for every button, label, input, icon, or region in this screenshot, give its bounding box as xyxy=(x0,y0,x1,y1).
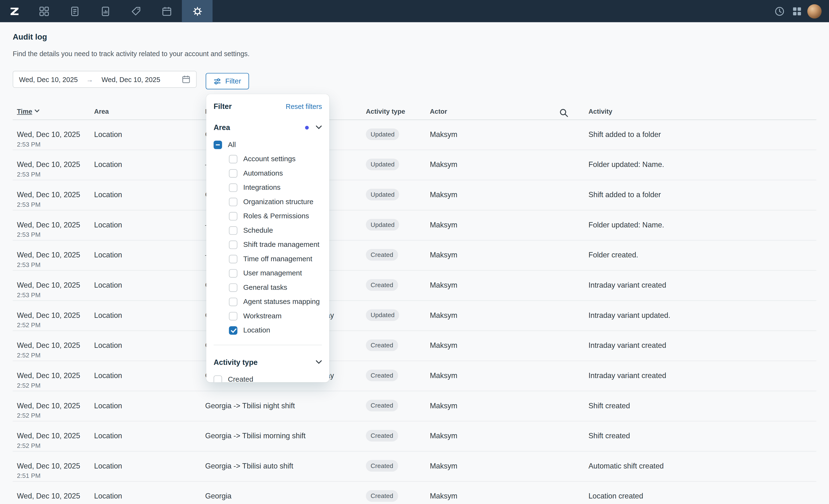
app-grid-icon[interactable] xyxy=(790,4,803,18)
filter-option[interactable]: User management xyxy=(214,266,322,280)
table-row[interactable]: Wed, Dec 10, 2025 2:52 PM Location Georg… xyxy=(13,331,816,361)
checkbox[interactable] xyxy=(229,269,237,277)
checkbox[interactable] xyxy=(214,140,222,149)
table-row[interactable]: Wed, Dec 10, 2025 2:53 PM Location Georg… xyxy=(13,120,816,150)
date-start[interactable]: Wed, Dec 10, 2025 xyxy=(19,75,78,83)
clock-icon[interactable] xyxy=(772,4,786,18)
checkbox[interactable] xyxy=(229,197,237,206)
area-options: All Account settings Automations Integra… xyxy=(214,138,322,337)
filter-option-label: Time off management xyxy=(243,255,312,263)
filter-option[interactable]: Shift trade management xyxy=(214,238,322,252)
filter-option[interactable]: Integrations xyxy=(214,180,322,195)
main-content: Audit log Find the details you need to t… xyxy=(0,0,829,504)
checkbox[interactable] xyxy=(229,312,237,320)
cell-activity: Automatic shift created xyxy=(584,452,817,481)
date-end[interactable]: Wed, Dec 10, 2025 xyxy=(102,75,160,83)
table-row[interactable]: Wed, Dec 10, 2025 Location Georgia Creat… xyxy=(13,482,816,504)
date-range-picker[interactable]: Wed, Dec 10, 2025 → Wed, Dec 10, 2025 xyxy=(13,71,197,88)
search-icon[interactable] xyxy=(560,108,568,117)
filter-option[interactable]: Roles & Permissions xyxy=(214,209,322,223)
cell-area: Location xyxy=(90,301,201,330)
checkbox[interactable] xyxy=(229,326,237,334)
filter-panel-header: Filter Reset filters xyxy=(214,102,322,110)
checkbox[interactable] xyxy=(229,254,237,263)
chevron-down-icon xyxy=(316,360,322,364)
checkbox[interactable] xyxy=(229,169,237,177)
checkbox[interactable] xyxy=(229,283,237,291)
checkbox[interactable] xyxy=(229,240,237,249)
table-row[interactable]: Wed, Dec 10, 2025 2:53 PM Location — Cre… xyxy=(13,241,816,271)
avatar[interactable] xyxy=(807,4,822,19)
filter-option[interactable]: Time off management xyxy=(214,252,322,266)
filter-option-label: Shift trade management xyxy=(243,241,320,249)
filter-option[interactable]: Automations xyxy=(214,166,322,180)
filter-option[interactable]: Agent statuses mapping xyxy=(214,295,322,309)
row-time: 2:53 PM xyxy=(17,230,90,239)
filter-option[interactable]: General tasks xyxy=(214,280,322,295)
checkbox[interactable] xyxy=(214,375,222,383)
activity-type-badge: Created xyxy=(366,400,398,411)
filter-option[interactable]: Created xyxy=(214,372,322,383)
filter-option[interactable]: Organization structure xyxy=(214,194,322,209)
table-row[interactable]: Wed, Dec 10, 2025 2:52 PM Location Georg… xyxy=(13,361,816,391)
table-row[interactable]: Wed, Dec 10, 2025 2:51 PM Location Georg… xyxy=(13,452,816,482)
checkbox[interactable] xyxy=(229,212,237,220)
page-title: Audit log xyxy=(13,32,829,42)
row-time: 2:53 PM xyxy=(17,261,90,269)
cell-actor: Maksym xyxy=(426,331,584,361)
table-row[interactable]: Wed, Dec 10, 2025 2:53 PM Location — Upd… xyxy=(13,210,816,241)
checkbox[interactable] xyxy=(229,226,237,235)
checkbox[interactable] xyxy=(229,183,237,192)
cell-area: Location xyxy=(90,241,201,270)
checkbox[interactable] xyxy=(229,297,237,306)
cell-activity-type: Updated xyxy=(362,150,426,180)
row-date: Wed, Dec 10, 2025 xyxy=(17,220,90,230)
col-time[interactable]: Time xyxy=(13,108,90,119)
filter-option[interactable]: Schedule xyxy=(214,223,322,238)
table-row[interactable]: Wed, Dec 10, 2025 2:52 PM Location Georg… xyxy=(13,301,816,331)
topbar-right xyxy=(772,4,829,19)
nav-documents-icon[interactable] xyxy=(59,0,90,22)
filter-button[interactable]: Filter xyxy=(206,73,249,89)
table-row[interactable]: Wed, Dec 10, 2025 2:53 PM Location — Upd… xyxy=(13,150,816,180)
table-body: Wed, Dec 10, 2025 2:53 PM Location Georg… xyxy=(13,120,816,504)
row-date: Wed, Dec 10, 2025 xyxy=(17,491,90,501)
nav-reports-icon[interactable] xyxy=(90,0,121,22)
filter-option[interactable]: Location xyxy=(214,323,322,337)
row-date: Wed, Dec 10, 2025 xyxy=(17,431,90,441)
cell-activity: Shift added to a folder xyxy=(584,180,817,210)
filter-option[interactable]: Account settings xyxy=(214,152,322,166)
nav-dashboard-icon[interactable] xyxy=(29,0,59,22)
filter-option[interactable]: Workstream xyxy=(214,309,322,323)
row-date: Wed, Dec 10, 2025 xyxy=(17,311,90,321)
table-row[interactable]: Wed, Dec 10, 2025 2:52 PM Location Georg… xyxy=(13,422,816,452)
col-activity[interactable]: Activity xyxy=(584,108,817,119)
cell-area: Location xyxy=(90,482,201,504)
zendesk-logo[interactable] xyxy=(0,0,29,22)
cell-actor: Maksym xyxy=(426,391,584,421)
table-row[interactable]: Wed, Dec 10, 2025 2:53 PM Location Georg… xyxy=(13,271,816,301)
calendar-icon[interactable] xyxy=(182,75,190,83)
col-area[interactable]: Area xyxy=(90,108,201,119)
row-date: Wed, Dec 10, 2025 xyxy=(17,130,90,140)
row-date: Wed, Dec 10, 2025 xyxy=(17,340,90,351)
area-section-header[interactable]: Area xyxy=(214,123,322,132)
cell-area: Location xyxy=(90,391,201,421)
app: Audit log Find the details you need to t… xyxy=(0,0,829,504)
nav-tickets-icon[interactable] xyxy=(121,0,151,22)
activity-type-section-header[interactable]: Activity type xyxy=(214,358,322,366)
col-activity-type[interactable]: Activity type xyxy=(362,108,426,119)
chevron-down-icon xyxy=(316,125,322,130)
cell-activity-type: Created xyxy=(362,271,426,300)
activity-type-badge: Updated xyxy=(366,219,399,230)
nav-calendar-icon[interactable] xyxy=(151,0,182,22)
filter-sliders-icon xyxy=(214,77,221,85)
nav-settings-icon[interactable] xyxy=(182,0,213,22)
table-row[interactable]: Wed, Dec 10, 2025 2:52 PM Location Georg… xyxy=(13,391,816,422)
checkbox[interactable] xyxy=(229,155,237,163)
filter-option[interactable]: All xyxy=(214,138,322,152)
table-row[interactable]: Wed, Dec 10, 2025 2:53 PM Location Georg… xyxy=(13,180,816,211)
row-time: 2:53 PM xyxy=(17,200,90,209)
reset-filters-link[interactable]: Reset filters xyxy=(286,102,322,110)
area-section-label: Area xyxy=(214,123,230,132)
